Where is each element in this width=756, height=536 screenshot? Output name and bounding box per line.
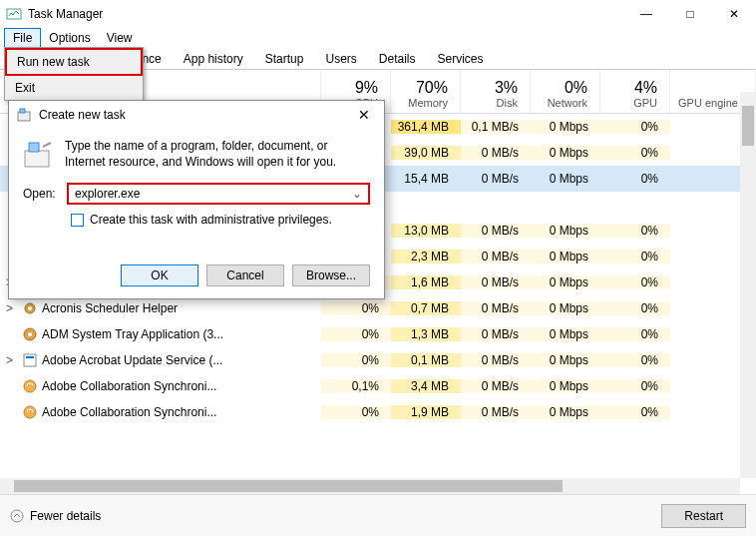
expand-arrow-icon[interactable]: > [6, 301, 18, 315]
open-value: explorer.exe [75, 187, 140, 201]
table-row[interactable]: Adobe Collaboration Synchroni...0%1,9 MB… [0, 399, 756, 425]
cell-disk: 0 MB/s [461, 250, 531, 264]
svg-point-10 [24, 406, 36, 418]
cell-memory: 0,1 MB [391, 353, 461, 367]
dialog-close-button[interactable]: ✕ [344, 107, 384, 123]
cell-disk: 0 MB/s [461, 301, 531, 315]
browse-button[interactable]: Browse... [292, 265, 370, 286]
cell-gpu: 0% [600, 172, 670, 186]
ok-button[interactable]: OK [121, 265, 198, 286]
cell-memory: 2,3 MB [391, 250, 461, 264]
cell-cpu: 0% [321, 327, 391, 341]
cell-network: 0 Mbps [531, 250, 600, 264]
cell-network: 0 Mbps [531, 353, 600, 367]
menu-exit[interactable]: Exit [5, 76, 143, 100]
svg-point-4 [28, 306, 32, 310]
admin-checkbox-label: Create this task with administrative pri… [90, 213, 332, 227]
cell-network: 0 Mbps [531, 301, 600, 315]
cell-network: 0 Mbps [531, 405, 600, 419]
cell-disk: 0 MB/s [461, 353, 531, 367]
table-row[interactable]: >Adobe Acrobat Update Service (...0%0,1 … [0, 347, 756, 373]
tab-startup[interactable]: Startup [254, 48, 315, 69]
cancel-button[interactable]: Cancel [206, 265, 284, 286]
cell-network: 0 Mbps [531, 275, 600, 289]
col-disk[interactable]: 3% Disk [461, 70, 531, 113]
cell-gpu: 0% [600, 224, 670, 238]
cell-gpu: 0% [600, 379, 670, 393]
svg-point-9 [24, 380, 36, 392]
cell-memory: 15,4 MB [391, 172, 461, 186]
task-manager-icon [6, 6, 22, 22]
dialog-title: Create new task [39, 108, 344, 122]
cell-memory: 3,4 MB [391, 379, 461, 393]
menu-options[interactable]: Options [41, 29, 98, 47]
cell-disk: 0 MB/s [461, 224, 531, 238]
cell-memory: 1,9 MB [391, 405, 461, 419]
cell-memory: 1,6 MB [391, 275, 461, 289]
process-icon [22, 300, 38, 316]
svg-rect-13 [20, 109, 25, 113]
horizontal-scrollbar[interactable] [0, 478, 740, 494]
process-icon [22, 404, 38, 420]
process-icon [22, 326, 38, 342]
cell-network: 0 Mbps [531, 224, 600, 238]
cell-gpu: 0% [600, 146, 670, 160]
open-combobox[interactable]: explorer.exe ⌄ [67, 183, 370, 205]
cell-gpu: 0% [600, 275, 670, 289]
svg-point-6 [28, 332, 32, 336]
cell-memory: 39,0 MB [391, 146, 461, 160]
title-bar: Task Manager — □ ✕ [0, 0, 756, 28]
fewer-details-button[interactable]: Fewer details [10, 509, 101, 523]
svg-point-11 [11, 510, 23, 522]
close-button[interactable]: ✕ [712, 0, 756, 28]
cell-gpu: 0% [600, 250, 670, 264]
tab-details[interactable]: Details [368, 48, 427, 69]
minimize-button[interactable]: — [624, 0, 668, 28]
cell-disk: 0 MB/s [461, 379, 531, 393]
cell-disk: 0 MB/s [461, 405, 531, 419]
window-title: Task Manager [28, 7, 624, 21]
cell-disk: 0 MB/s [461, 327, 531, 341]
menu-view[interactable]: View [99, 29, 141, 47]
col-network[interactable]: 0% Network [531, 70, 600, 113]
menu-bar: File Options View [0, 28, 756, 48]
cell-disk: 0 MB/s [461, 146, 531, 160]
svg-rect-15 [29, 143, 39, 152]
expand-arrow-icon[interactable]: > [6, 353, 18, 367]
cell-gpu: 0% [600, 353, 670, 367]
cell-cpu: 0% [321, 405, 391, 419]
run-icon [17, 107, 33, 123]
process-icon [22, 378, 38, 394]
cell-cpu: 0% [321, 353, 391, 367]
col-gpu[interactable]: 4% GPU [600, 70, 670, 113]
cell-network: 0 Mbps [531, 379, 600, 393]
table-row[interactable]: Adobe Collaboration Synchroni...0,1%3,4 … [0, 373, 756, 399]
restart-button[interactable]: Restart [661, 504, 746, 528]
cell-cpu: 0% [321, 301, 391, 315]
svg-rect-14 [25, 151, 49, 167]
table-row[interactable]: ADM System Tray Application (3...0%1,3 M… [0, 321, 756, 347]
menu-file[interactable]: File [4, 28, 41, 48]
tab-app-history[interactable]: App history [173, 48, 254, 69]
cell-disk: 0 MB/s [461, 275, 531, 289]
svg-rect-8 [26, 356, 34, 358]
cell-memory: 1,3 MB [391, 327, 461, 341]
svg-rect-7 [24, 354, 36, 366]
cell-gpu: 0% [600, 120, 670, 134]
run-large-icon [23, 139, 55, 171]
maximize-button[interactable]: □ [668, 0, 712, 28]
chevron-down-icon: ⌄ [352, 187, 362, 201]
footer: Fewer details Restart [0, 494, 756, 536]
cell-disk: 0,1 MB/s [461, 120, 531, 134]
tab-users[interactable]: Users [314, 48, 367, 69]
admin-checkbox[interactable] [71, 214, 84, 227]
vertical-scrollbar[interactable] [740, 92, 756, 478]
cell-network: 0 Mbps [531, 172, 600, 186]
cell-network: 0 Mbps [531, 120, 600, 134]
process-name: Adobe Collaboration Synchroni... [42, 379, 216, 393]
menu-run-new-task[interactable]: Run new task [5, 48, 143, 76]
col-memory[interactable]: 70% Memory [391, 70, 461, 113]
create-task-dialog: Create new task ✕ Type the name of a pro… [8, 100, 385, 299]
tab-services[interactable]: Services [427, 48, 495, 69]
cell-cpu: 0,1% [321, 379, 391, 393]
